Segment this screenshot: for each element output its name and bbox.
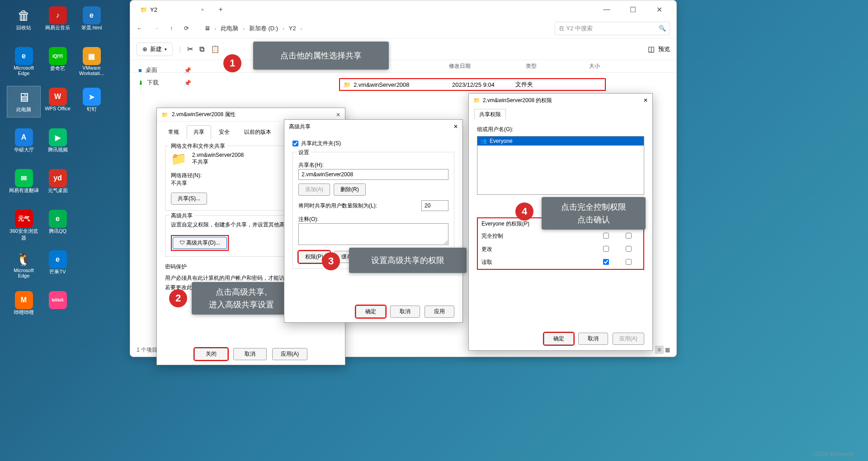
comment-label: 注释(O): (298, 216, 448, 223)
sharename-input[interactable] (298, 169, 448, 180)
desktop-asus[interactable]: A华硕大厅 (7, 127, 41, 158)
paste-icon[interactable]: 📋 (211, 45, 220, 53)
share-checkbox[interactable]: 共享此文件夹(S) (292, 140, 454, 147)
tab-security[interactable]: 安全 (212, 125, 236, 139)
dialog-title: 高级共享 (289, 123, 311, 131)
shield-icon: 🛡 (179, 240, 185, 246)
desktop-iqiyi[interactable]: iQIYI爱奇艺 (41, 45, 75, 77)
monitor-icon: 🖥 (15, 88, 33, 106)
allow-full-checkbox[interactable] (603, 233, 609, 239)
tab-general[interactable]: 常规 (161, 125, 186, 139)
preview-label[interactable]: 预览 (658, 45, 670, 53)
desktop-360[interactable]: e腾讯QQ (41, 208, 75, 240)
minimize-icon[interactable]: — (598, 5, 616, 14)
user-list[interactable]: 👥 Everyone (477, 136, 644, 195)
list-view-icon[interactable]: ≡ (655, 346, 664, 354)
maximize-icon[interactable]: ☐ (624, 5, 642, 14)
share-button[interactable]: 共享(S)... (171, 193, 207, 205)
apply-button[interactable]: 应用 (425, 306, 454, 318)
tab-prev[interactable]: 以前的版本 (237, 125, 278, 139)
folder-name-label: 2.vm&winServer2008 (192, 152, 244, 158)
recycle-icon: 🗑 (15, 6, 33, 24)
desktop-edge[interactable]: eMicrosoft Edge (7, 45, 41, 77)
cancel-button[interactable]: 取消 (233, 348, 267, 360)
search-icon[interactable]: 🔍 (659, 25, 666, 32)
user-everyone[interactable]: 👥 Everyone (477, 136, 644, 146)
refresh-icon[interactable]: ⟳ (184, 25, 189, 32)
deny-full-checkbox[interactable] (626, 233, 632, 239)
cut-icon[interactable]: ✂ (187, 45, 193, 53)
ok-button[interactable]: 确定 (356, 306, 386, 318)
desktop-tencentvideo[interactable]: ▶腾讯视频 (41, 127, 75, 158)
desktop-youdao[interactable]: yd元气桌面 (41, 167, 75, 199)
back-icon[interactable]: ← (137, 25, 142, 32)
desktop-mgtv[interactable]: M哔哩哔哩 (7, 289, 41, 321)
new-button[interactable]: ⊕ 新建 ▾ (137, 42, 173, 56)
allow-change-checkbox[interactable] (603, 246, 609, 252)
breadcrumb[interactable]: 🖥› 此电脑› 新加卷 (D:)› Y2› (204, 24, 549, 33)
forward-icon[interactable]: → (153, 25, 159, 32)
perm-row-full: 完全控制 (478, 230, 643, 243)
explorer-tab[interactable]: 📁 Y2 × (134, 4, 211, 16)
sidebar-downloads[interactable]: ⬇下载📌 (138, 76, 196, 89)
group-share-title: 网络文件和文件夹共享 (169, 142, 227, 150)
group-adv-title: 高级共享 (169, 212, 194, 220)
sharename-label: 共享名(H): (298, 161, 448, 169)
desktop-qq[interactable]: 🐧Microsoft Edge (7, 249, 41, 280)
deny-read-checkbox[interactable] (626, 259, 632, 265)
users-icon: 👥 (480, 138, 487, 144)
desktop-html[interactable]: e笨蛋.html (75, 5, 108, 36)
copy-icon[interactable]: ⧉ (199, 45, 204, 53)
cancel-button[interactable]: 取消 (390, 306, 420, 318)
sidebar: ■桌面📌 ⬇下载📌 (130, 60, 196, 89)
desktop-thispc[interactable]: 🖥此电脑 (7, 86, 41, 118)
tab-share-perm[interactable]: 共享权限 (474, 109, 506, 119)
apply-button[interactable]: 应用(A) (613, 333, 644, 345)
up-icon[interactable]: ↑ (170, 25, 173, 32)
column-headers[interactable]: 名称 修改日期 类型 大小 (130, 60, 676, 73)
apply-button[interactable]: 应用(A) (272, 348, 307, 360)
close-tab-icon[interactable]: × (201, 6, 204, 13)
desktop-wps[interactable]: WWPS Office (41, 86, 75, 118)
advanced-share-button[interactable]: 🛡 高级共享(D)... (173, 237, 227, 249)
close-icon[interactable]: ✕ (453, 123, 458, 130)
desktop-recycle-bin[interactable]: 🗑回收站 (7, 5, 41, 36)
desktop-netease[interactable]: ♪网易云音乐 (41, 5, 75, 36)
sidebar-desktop[interactable]: ■桌面📌 (138, 64, 196, 76)
annotation-4: 点击完全控制权限点击确认 (542, 197, 646, 230)
anno-num-1: 1 (223, 54, 241, 72)
annotation-1: 点击他的属性选择共享 (253, 42, 389, 70)
tab-share[interactable]: 共享 (187, 125, 211, 139)
close-icon[interactable]: ✕ (643, 97, 648, 103)
comment-input[interactable] (298, 223, 448, 245)
add-button[interactable]: 添加(A) (298, 183, 330, 196)
grid-view-icon[interactable]: ▦ (665, 347, 670, 353)
add-tab[interactable]: + (219, 5, 223, 14)
monitor-icon: 🖥 (204, 25, 210, 32)
close-button[interactable]: 关闭 (194, 348, 228, 360)
action-toolbar: ⊕ 新建 ▾ | ✂ ⧉ 📋 ◫ 预览 (130, 38, 676, 60)
desktop-yuanqi[interactable]: 元气360安全浏览器 (7, 208, 41, 240)
desktop-vmware[interactable]: ▦VMware Workstati... (75, 45, 108, 77)
deny-change-checkbox[interactable] (626, 246, 632, 252)
file-row[interactable]: 📁2.vm&winServer2008 2023/12/25 9:04 文件夹 (339, 78, 606, 91)
dialog-title: 2.vm&winServer2008 属性 (172, 111, 236, 118)
tab-title: Y2 (150, 6, 157, 13)
desktop-edge2[interactable]: e芒果TV (41, 249, 75, 280)
preview-icon[interactable]: ◫ (648, 45, 655, 53)
remove-button[interactable]: 删除(R) (334, 183, 366, 196)
perm-row-read: 读取 (478, 256, 643, 269)
search-input[interactable]: 在 Y2 中搜索 🔍 (555, 22, 670, 35)
limit-label: 将同时共享的用户数量限制为(L): (298, 202, 418, 210)
ok-button[interactable]: 确定 (544, 333, 574, 345)
close-icon[interactable]: ✕ (650, 5, 668, 14)
desktop-dingtalk[interactable]: ➤钉钉 (75, 86, 108, 118)
plus-icon: ⊕ (142, 46, 147, 52)
limit-input[interactable] (421, 200, 448, 211)
anno-num-3: 3 (322, 252, 340, 270)
desktop-wechat[interactable]: ✉网易有道翻译 (7, 167, 41, 199)
cancel-button[interactable]: 取消 (578, 333, 608, 345)
close-icon[interactable]: ✕ (336, 112, 340, 118)
allow-read-checkbox[interactable] (603, 259, 609, 265)
desktop-bilibili[interactable]: bilibili (41, 289, 75, 321)
